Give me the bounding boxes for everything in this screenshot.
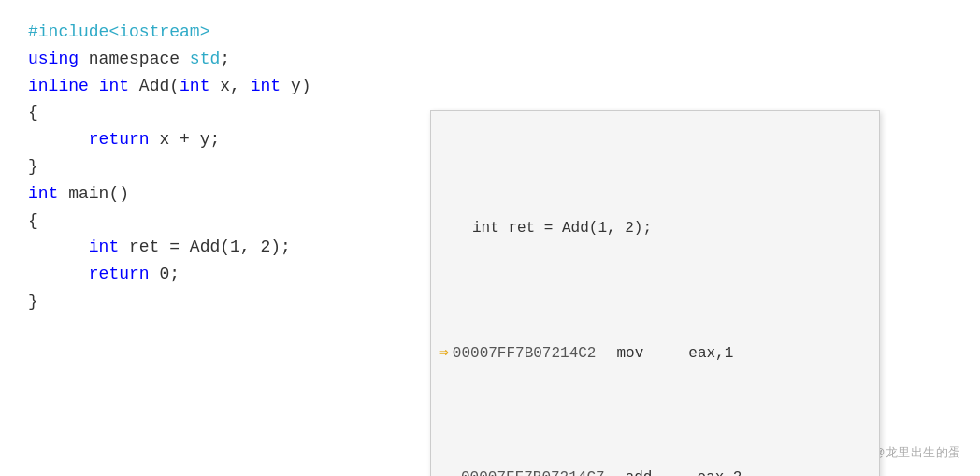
popup-line-3: 00007FF7B07214C7 add eax,2: [439, 466, 868, 476]
int-keyword-2: int: [180, 73, 209, 100]
include-keyword: #include: [28, 19, 108, 46]
popup-line-2: ⇒ 00007FF7B07214C2 mov eax,1: [439, 339, 868, 368]
std-namespace: std: [190, 46, 220, 73]
popup-line-1: int ret = Add(1, 2);: [439, 216, 868, 240]
disassembly-popup: int ret = Add(1, 2); ⇒ 00007FF7B07214C2 …: [430, 110, 880, 476]
int-ret-keyword: int: [89, 234, 119, 261]
return-keyword-1: return: [89, 126, 150, 153]
return-keyword-2: return: [89, 261, 150, 288]
code-editor: #include<iostream> using namespace std; …: [0, 0, 980, 334]
code-line-2: using namespace std;: [28, 46, 952, 73]
code-line-1: #include<iostream>: [28, 19, 952, 46]
current-line-arrow: ⇒: [439, 339, 449, 368]
int-keyword-3: int: [251, 73, 281, 100]
using-keyword: using: [28, 46, 79, 73]
include-header: <iostream>: [108, 19, 209, 46]
int-keyword-1: int: [99, 73, 129, 100]
int-main-keyword: int: [28, 180, 58, 208]
inline-keyword: inline: [28, 73, 89, 100]
code-line-3: inline int Add(int x, int y): [28, 73, 952, 100]
